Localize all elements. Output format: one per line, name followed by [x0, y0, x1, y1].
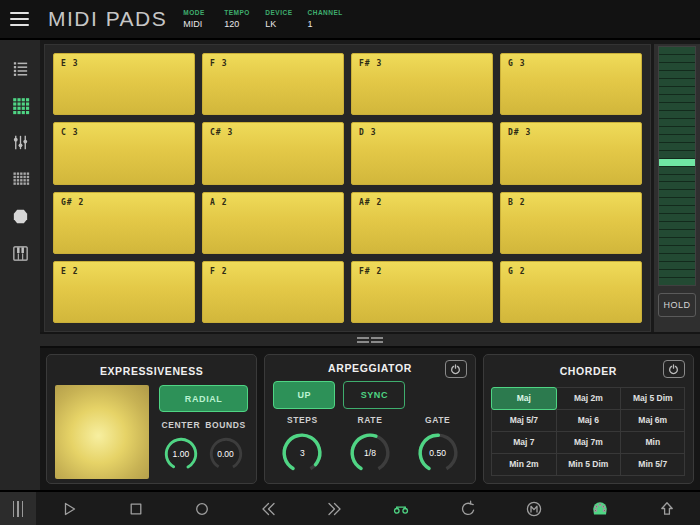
arpeggiator-panel: ARPEGGIATOR UP SYNC STEPS 3 — [264, 354, 475, 484]
velocity-column: HOLD — [654, 44, 700, 332]
hold-button[interactable]: HOLD — [658, 293, 696, 317]
chord-button[interactable]: Maj 6 — [556, 409, 621, 432]
rate-knob-label: RATE — [358, 415, 383, 425]
pad[interactable]: F# 3 — [351, 53, 493, 115]
center-knob-value: 1.00 — [173, 449, 190, 459]
topbar-field[interactable]: CHANNEL 1 — [308, 9, 343, 29]
topbar-field[interactable]: DEVICE LK — [265, 9, 292, 29]
topbar-field[interactable]: MODE MIDI — [183, 9, 209, 29]
gate-knob[interactable]: 0.50 — [415, 430, 461, 476]
metronome-button[interactable] — [521, 496, 547, 522]
topbar-field[interactable]: TEMPO 120 — [224, 9, 250, 29]
pad[interactable]: C# 3 — [202, 122, 344, 184]
pad[interactable]: A 2 — [202, 192, 344, 254]
bottom-section: EXPRESSIVENESS RADIAL CENTER 1.00 — [40, 348, 700, 490]
expressiveness-title: EXPRESSIVENESS — [100, 365, 204, 377]
chorder-power-button[interactable] — [663, 360, 685, 378]
steps-knob-label: STEPS — [287, 415, 318, 425]
stop-button[interactable] — [123, 496, 149, 522]
undo-button[interactable] — [455, 496, 481, 522]
record-icon — [192, 499, 212, 519]
steps-knob[interactable]: 3 — [279, 430, 325, 476]
chord-button[interactable]: Maj 5 Dim — [620, 387, 685, 410]
chord-button[interactable]: Maj 7 — [491, 431, 556, 454]
pad[interactable]: A# 2 — [351, 192, 493, 254]
pad[interactable]: G 3 — [500, 53, 642, 115]
panel-resize-handle[interactable] — [40, 332, 700, 348]
bounds-knob-label: BOUNDS — [205, 420, 245, 430]
pad[interactable]: E 2 — [53, 261, 195, 323]
chord-button[interactable]: Maj 5/7 — [491, 409, 556, 432]
chorder-panel: CHORDER Maj Maj 2m Maj 5 Dim — [483, 354, 694, 484]
chord-button[interactable]: Maj 2m — [556, 387, 621, 410]
pad-note-label: D# 3 — [508, 128, 634, 137]
play-button[interactable] — [56, 496, 82, 522]
pad[interactable]: D# 3 — [500, 122, 642, 184]
radial-button[interactable]: RADIAL — [159, 385, 248, 412]
power-icon — [450, 364, 461, 375]
metronome-m-icon — [524, 499, 544, 519]
shift-up-button[interactable] — [654, 496, 680, 522]
arp-up-button[interactable]: UP — [273, 381, 335, 409]
piano-keys-icon[interactable] — [0, 235, 40, 272]
midi-pads-app: MIDI PADS MODE MIDI TEMPO 120 DEVICE LK — [0, 0, 700, 525]
topbar-field-label: MODE — [183, 9, 209, 16]
hexagon-icon[interactable] — [0, 198, 40, 235]
pad-note-label: B 2 — [508, 198, 634, 207]
shift-up-icon — [657, 499, 677, 519]
pad[interactable]: B 2 — [500, 192, 642, 254]
chord-button[interactable]: Min 5/7 — [620, 453, 685, 476]
power-icon — [668, 364, 679, 375]
chord-button[interactable]: Maj 6m — [620, 409, 685, 432]
hamburger-menu-icon[interactable] — [0, 12, 40, 27]
chord-button[interactable]: Maj — [491, 387, 556, 410]
topbar-field-label: DEVICE — [265, 9, 292, 16]
pad-note-label: G 2 — [508, 267, 634, 276]
topbar-field-value: MIDI — [183, 19, 209, 29]
step-grid-icon[interactable] — [0, 161, 40, 198]
pad[interactable]: C 3 — [53, 122, 195, 184]
pad[interactable]: E 3 — [53, 53, 195, 115]
midi-settings-button[interactable] — [587, 496, 613, 522]
pads-grid-icon[interactable] — [0, 87, 40, 124]
gate-knob-label: GATE — [425, 415, 450, 425]
rate-knob-value: 1/8 — [364, 448, 376, 458]
fast-forward-button[interactable] — [322, 496, 348, 522]
pad-note-label: A# 2 — [359, 198, 485, 207]
topbar-field-value: LK — [265, 19, 292, 29]
rewind-button[interactable] — [255, 496, 281, 522]
record-button[interactable] — [189, 496, 215, 522]
pad-note-label: D 3 — [359, 128, 485, 137]
list-menu-icon[interactable] — [0, 50, 40, 87]
arp-sync-button[interactable]: SYNC — [343, 381, 405, 409]
top-bar: MIDI PADS MODE MIDI TEMPO 120 DEVICE LK — [0, 0, 700, 40]
chord-button[interactable]: Min — [620, 431, 685, 454]
pad-note-label: E 2 — [61, 267, 187, 276]
chord-button[interactable]: Maj 7m — [556, 431, 621, 454]
pad-note-label: C 3 — [61, 128, 187, 137]
pad[interactable]: D 3 — [351, 122, 493, 184]
center-knob[interactable]: 1.00 — [162, 435, 200, 473]
undo-icon — [458, 499, 478, 519]
pad-note-label: G 3 — [508, 59, 634, 68]
pad[interactable]: G# 2 — [53, 192, 195, 254]
toolbar-drag-handle-icon[interactable] — [0, 492, 36, 525]
expression-xy-pad[interactable] — [55, 385, 149, 479]
pad[interactable]: G 2 — [500, 261, 642, 323]
pad[interactable]: F# 2 — [351, 261, 493, 323]
chorder-title: CHORDER — [560, 365, 617, 377]
chord-button[interactable]: Min 2m — [491, 453, 556, 476]
topbar-fields: MODE MIDI TEMPO 120 DEVICE LK CHANNEL 1 — [183, 9, 357, 29]
bounds-knob[interactable]: 0.00 — [207, 435, 245, 473]
topbar-field-label: CHANNEL — [308, 9, 343, 16]
loop-icon — [391, 499, 411, 519]
chord-button[interactable]: Min 5 Dim — [556, 453, 621, 476]
arpeggiator-power-button[interactable] — [445, 360, 467, 378]
velocity-meter[interactable] — [658, 46, 696, 286]
pad[interactable]: F 3 — [202, 53, 344, 115]
rate-knob[interactable]: 1/8 — [347, 430, 393, 476]
pad[interactable]: F 2 — [202, 261, 344, 323]
loop-button[interactable] — [388, 496, 414, 522]
arpeggiator-title: ARPEGGIATOR — [328, 362, 412, 374]
faders-icon[interactable] — [0, 124, 40, 161]
